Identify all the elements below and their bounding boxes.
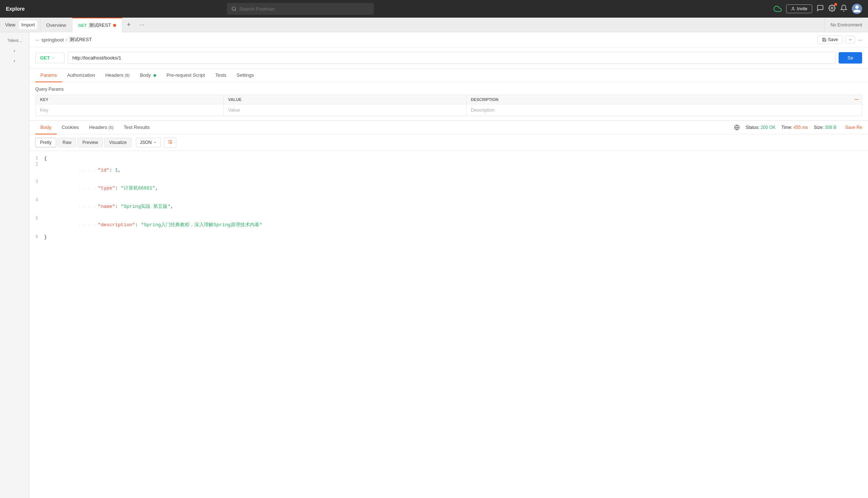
invite-button[interactable]: Invite — [786, 4, 812, 13]
view-pretty-button[interactable]: Pretty — [35, 138, 56, 147]
sidebar-item-2-label: r — [14, 48, 15, 53]
save-icon — [822, 37, 826, 42]
query-params-section: Query Params KEY VALUE DESCRIPTION ··· K… — [29, 82, 868, 120]
save-button[interactable]: Save — [817, 35, 843, 44]
invite-label: Invite — [797, 6, 807, 11]
view-raw-button[interactable]: Raw — [58, 138, 76, 147]
svg-point-3 — [831, 7, 833, 9]
breadcrumb-more-btn[interactable]: ··· — [858, 37, 862, 43]
key-placeholder[interactable]: Key — [36, 104, 224, 116]
col-value-header: VALUE — [224, 95, 467, 104]
response-meta: Status: 200 OK Time: 455 ms Size: 308 B … — [734, 124, 862, 130]
code-line-4: 4 · · · · "name": "Spring实战 第五版", — [29, 197, 868, 216]
tab-pre-request[interactable]: Pre-request Script — [161, 69, 210, 82]
params-table: KEY VALUE DESCRIPTION ··· Key Value Desc… — [35, 95, 862, 116]
tab-overview[interactable]: Overview — [40, 18, 72, 32]
wrap-icon — [167, 139, 173, 144]
breadcrumb: ··· springboot / 测试REST Save ··· — [29, 32, 868, 47]
code-content-5: · · · · "description": "Spring入门经典教程，深入理… — [44, 216, 868, 234]
send-button[interactable]: Se — [839, 52, 862, 64]
search-icon — [231, 6, 237, 11]
tab-modified-dot — [113, 24, 116, 27]
settings-icon-wrapper[interactable] — [828, 4, 836, 14]
tab-more-button[interactable]: ··· — [135, 18, 149, 32]
wrap-button[interactable] — [164, 137, 176, 148]
desc-placeholder[interactable]: Description — [466, 104, 862, 116]
save-dropdown-button[interactable] — [846, 36, 855, 44]
line-num-1: 1 — [29, 156, 44, 161]
tab-bar-left: View Import — [0, 18, 40, 32]
url-input[interactable] — [68, 52, 836, 64]
sidebar-item-1[interactable]: ?ident... — [0, 35, 29, 46]
svg-point-2 — [792, 7, 794, 9]
params-more-icon[interactable]: ··· — [854, 97, 859, 102]
resp-tab-cookies[interactable]: Cookies — [57, 121, 84, 134]
tab-rest-label: 测试REST — [89, 22, 111, 29]
tab-body-label: Body — [140, 72, 151, 78]
sidebar: ?ident... r r — [0, 32, 29, 498]
svg-line-1 — [235, 10, 236, 11]
sidebar-item-2[interactable]: r — [0, 46, 29, 56]
code-line-3: 3 · · · · "type": "计算机66661", — [29, 179, 868, 197]
bell-icon-wrapper[interactable] — [840, 4, 847, 14]
format-label: JSON — [140, 140, 152, 145]
tab-tests-label: Tests — [215, 72, 226, 78]
breadcrumb-more-icon[interactable]: ··· — [35, 37, 39, 43]
tab-bar: View Import Overview GET 测试REST + ··· No… — [0, 18, 868, 32]
query-params-title: Query Params — [35, 87, 862, 92]
resp-tab-cookies-label: Cookies — [62, 124, 79, 130]
resp-tab-headers-label: Headers (5) — [89, 124, 114, 130]
method-selector[interactable]: GET — [35, 53, 65, 63]
add-tab-button[interactable]: + — [122, 18, 135, 32]
view-visualize-button[interactable]: Visualize — [104, 138, 132, 147]
resp-tab-test-results[interactable]: Test Results — [119, 121, 155, 134]
search-bar[interactable] — [227, 3, 374, 15]
line-num-3: 3 — [29, 179, 44, 184]
tab-test-rest[interactable]: GET 测试REST — [72, 18, 122, 32]
chevron-down-icon — [848, 37, 853, 42]
tab-authorization[interactable]: Authorization — [62, 69, 100, 82]
tab-params-label: Params — [40, 72, 57, 78]
resp-tab-headers[interactable]: Headers (5) — [84, 121, 119, 134]
environment-selector[interactable]: No Environment — [824, 18, 868, 32]
params-empty-row: Key Value Description — [36, 104, 862, 116]
resp-tab-body[interactable]: Body — [35, 121, 57, 134]
avatar[interactable] — [852, 4, 862, 14]
breadcrumb-parent: springboot — [42, 37, 64, 43]
main-layout: ?ident... r r ··· springboot / 测试REST Sa… — [0, 32, 868, 498]
code-content-1: { — [44, 156, 868, 161]
tab-tests[interactable]: Tests — [210, 69, 231, 82]
tab-headers[interactable]: Headers (9) — [100, 69, 135, 82]
code-content-4: · · · · "name": "Spring实战 第五版", — [44, 198, 868, 215]
top-bar: Explore Invite — [0, 0, 868, 18]
tab-body[interactable]: Body — [135, 69, 161, 82]
save-label: Save — [828, 37, 838, 42]
view-tab[interactable]: View — [3, 21, 18, 29]
search-input[interactable] — [239, 6, 370, 12]
chat-icon — [817, 4, 824, 12]
import-tab[interactable]: Import — [19, 21, 37, 29]
status-value: 200 OK — [761, 125, 776, 130]
view-preview-button[interactable]: Preview — [78, 138, 103, 147]
status-label: Status: 200 OK — [746, 125, 775, 130]
chevron-down-icon — [51, 56, 55, 60]
svg-point-0 — [232, 7, 235, 10]
save-response-button[interactable]: Save Re — [845, 125, 862, 130]
response-tabs: Body Cookies Headers (5) Test Results St… — [29, 121, 868, 134]
globe-icon — [734, 124, 740, 130]
resp-tab-test-results-label: Test Results — [124, 124, 150, 130]
breadcrumb-sep: / — [66, 37, 68, 43]
line-num-2: 2 — [29, 162, 44, 167]
sidebar-item-3[interactable]: r — [0, 56, 29, 66]
code-content-2: · · · · "id": 1, — [44, 162, 868, 178]
person-icon — [791, 7, 795, 11]
response-toolbar: Pretty Raw Preview Visualize JSON — [29, 134, 868, 151]
breadcrumb-actions: Save ··· — [817, 35, 862, 44]
value-placeholder[interactable]: Value — [224, 104, 467, 116]
chat-icon-wrapper[interactable] — [817, 4, 824, 14]
format-selector[interactable]: JSON — [136, 138, 161, 147]
line-num-5: 5 — [29, 216, 44, 221]
tab-settings[interactable]: Settings — [231, 69, 259, 82]
tab-params[interactable]: Params — [35, 69, 62, 82]
request-bar: GET Se — [29, 47, 868, 69]
